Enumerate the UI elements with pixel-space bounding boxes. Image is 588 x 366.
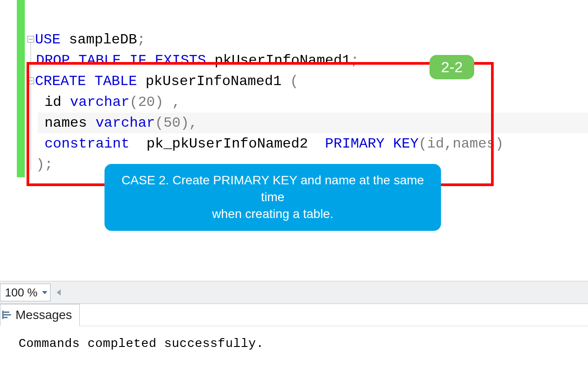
kw-use: USE <box>35 31 61 48</box>
messages-text: Commands completed successfully. <box>19 337 264 350</box>
messages-icon <box>2 310 12 320</box>
punct-comma: , <box>163 94 180 110</box>
chevron-down-icon <box>42 291 47 294</box>
kw-table: TABLE <box>78 52 121 69</box>
punct-close-paren: ) <box>36 156 44 173</box>
punct-semi: ; <box>351 52 359 69</box>
scroll-left-button[interactable] <box>54 284 64 301</box>
callout-line-1: CASE 2. Create PRIMARY KEY and name at t… <box>113 172 432 206</box>
fold-toggle-icon[interactable] <box>27 36 34 43</box>
punct-semi: ; <box>137 31 145 48</box>
messages-tab-label: Messages <box>15 308 72 322</box>
identifier-tbl: pkUserInfoNamed1 <box>146 73 282 90</box>
kw-create: CREATE <box>35 73 86 90</box>
pk-cols: (id,names) <box>418 136 503 152</box>
editor-status-bar: 100 % <box>0 281 588 304</box>
punct-comma: , <box>189 115 197 131</box>
explanation-callout: CASE 2. Create PRIMARY KEY and name at t… <box>104 164 441 231</box>
messages-output[interactable]: Commands completed successfully. <box>0 326 588 350</box>
fold-toggle-icon[interactable] <box>27 78 34 84</box>
step-badge: 2-2 <box>429 55 474 79</box>
punct-semi: ; <box>44 156 53 173</box>
type-args: (20) <box>129 94 163 110</box>
kw-drop: DROP <box>36 52 70 69</box>
messages-tab[interactable]: Messages <box>0 304 80 326</box>
type-args: (50) <box>155 115 189 131</box>
col-names: names <box>44 115 87 131</box>
kw-table: TABLE <box>94 73 137 90</box>
type-varchar: varchar <box>96 115 155 131</box>
identifier-tbl: pkUserInfoNamed1 <box>214 52 350 69</box>
kw-exists: EXISTS <box>155 52 206 69</box>
identifier-db: sampleDB <box>69 31 137 48</box>
kw-primary: PRIMARY <box>325 136 384 152</box>
change-marker-gutter <box>17 0 25 177</box>
callout-line-2: when creating a table. <box>113 206 432 222</box>
col-id: id <box>44 94 61 110</box>
sql-code[interactable]: USE sampleDB; DROP TABLE IF EXISTS pkUse… <box>27 29 503 175</box>
kw-key: KEY <box>393 136 419 152</box>
kw-constraint: constraint <box>44 136 129 152</box>
type-varchar: varchar <box>70 94 129 110</box>
results-tab-strip: Messages <box>0 304 588 326</box>
kw-if: IF <box>129 52 146 69</box>
constraint-name: pk_pkUserInfoNamed2 <box>147 136 308 152</box>
zoom-level-dropdown[interactable]: 100 % <box>0 284 50 301</box>
zoom-value: 100 % <box>5 286 38 300</box>
sql-editor-area[interactable]: USE sampleDB; DROP TABLE IF EXISTS pkUse… <box>0 0 588 281</box>
step-badge-text: 2-2 <box>441 58 463 75</box>
punct-paren: ( <box>290 73 298 90</box>
